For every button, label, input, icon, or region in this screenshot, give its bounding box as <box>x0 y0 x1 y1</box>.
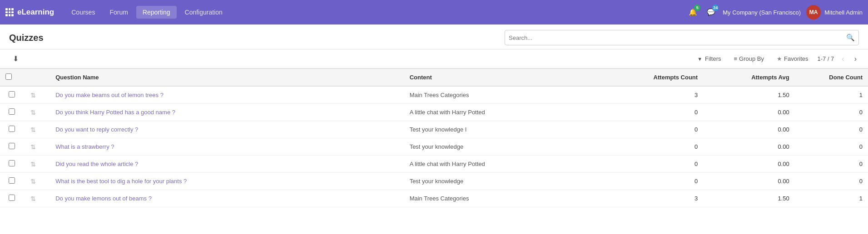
pagination-next-button[interactable]: › <box>852 54 859 64</box>
question-name-link[interactable]: What is a strawberry ? <box>55 143 114 150</box>
top-navigation: eLearning Courses Forum Reporting Config… <box>0 0 868 24</box>
search-input[interactable] <box>509 34 846 41</box>
company-name[interactable]: My Company (San Francisco) <box>723 9 801 16</box>
row-attempts-avg: 0.00 <box>703 104 795 121</box>
pagination-prev-button[interactable]: ‹ <box>839 54 846 64</box>
row-done-count: 1 <box>795 190 868 207</box>
topbar-right: 🔔 5 💬 24 My Company (San Francisco) MA M… <box>686 5 863 20</box>
messages-button[interactable]: 💬 24 <box>704 6 717 19</box>
row-attempts-count: 0 <box>612 121 704 138</box>
user-name-label: Mitchell Admin <box>824 9 863 16</box>
row-checkbox[interactable] <box>9 108 15 115</box>
row-checkbox-cell <box>0 104 23 121</box>
download-button[interactable]: ⬇ <box>9 52 22 65</box>
group-by-icon: ≡ <box>734 55 738 62</box>
notifications-button[interactable]: 🔔 5 <box>686 6 699 19</box>
row-question-name: Do you make beams out of lemon trees ? <box>50 86 404 104</box>
table-header-row: Question Name Content Attempts Count Att… <box>0 69 868 87</box>
row-attempts-count: 0 <box>612 156 704 173</box>
row-question-name: What is the best tool to dig a hole for … <box>50 173 404 190</box>
row-done-count: 0 <box>795 104 868 121</box>
table-body: ⇅ Do you make beams out of lemon trees ?… <box>0 86 868 207</box>
row-drag-handle-cell: ⇅ <box>23 138 50 156</box>
page-content: Quizzes 🔍 ⬇ ▼ Filters ≡ Group By ★ Favor… <box>0 24 868 234</box>
row-done-count: 0 <box>795 156 868 173</box>
app-logo[interactable]: eLearning <box>5 8 54 17</box>
nav-courses[interactable]: Courses <box>65 6 101 19</box>
table-row: ⇅ Do you want to reply correctly ? Test … <box>0 121 868 138</box>
question-name-link[interactable]: What is the best tool to dig a hole for … <box>55 178 187 185</box>
row-attempts-avg: 0.00 <box>703 121 795 138</box>
row-content: Test your knowledge I <box>404 121 612 138</box>
row-content: Main Trees Categories <box>404 190 612 207</box>
row-checkbox-cell <box>0 86 23 104</box>
question-name-link[interactable]: Do you want to reply correctly ? <box>55 126 138 133</box>
row-question-name: Do you make lemons out of beams ? <box>50 190 404 207</box>
question-name-link[interactable]: Do you think Harry Potted has a good nam… <box>55 109 175 116</box>
favorites-label: Favorites <box>784 55 808 62</box>
row-content: Main Trees Categories <box>404 86 612 104</box>
nav-configuration[interactable]: Configuration <box>179 6 229 19</box>
table-row: ⇅ What is a strawberry ? Test your knowl… <box>0 138 868 156</box>
question-name-link[interactable]: Did you read the whole article ? <box>55 161 138 167</box>
group-by-button[interactable]: ≡ Group By <box>730 54 768 64</box>
row-checkbox[interactable] <box>9 177 15 184</box>
group-by-label: Group By <box>739 55 764 62</box>
favorites-button[interactable]: ★ Favorites <box>773 54 812 64</box>
row-checkbox[interactable] <box>9 143 15 149</box>
row-attempts-count: 0 <box>612 104 704 121</box>
row-content: A little chat with Harry Potted <box>404 104 612 121</box>
grid-icon <box>5 8 14 16</box>
row-question-name: Did you read the whole article ? <box>50 156 404 173</box>
row-drag-handle-cell: ⇅ <box>23 156 50 173</box>
download-icon: ⬇ <box>13 55 19 63</box>
table-row: ⇅ Do you make beams out of lemon trees ?… <box>0 86 868 104</box>
search-icon: 🔍 <box>846 34 855 42</box>
toolbar-left: ⬇ <box>9 52 22 65</box>
row-question-name: Do you think Harry Potted has a good nam… <box>50 104 404 121</box>
star-icon: ★ <box>777 55 782 62</box>
select-all-checkbox[interactable] <box>5 73 12 80</box>
row-question-name: Do you want to reply correctly ? <box>50 121 404 138</box>
drag-handle-icon[interactable]: ⇅ <box>29 195 38 202</box>
row-checkbox[interactable] <box>9 195 15 201</box>
quizzes-table: Question Name Content Attempts Count Att… <box>0 68 868 207</box>
row-attempts-avg: 0.00 <box>703 173 795 190</box>
row-attempts-avg: 0.00 <box>703 156 795 173</box>
drag-handle-icon[interactable]: ⇅ <box>29 109 38 116</box>
row-attempts-avg: 1.50 <box>703 190 795 207</box>
question-name-link[interactable]: Do you make lemons out of beams ? <box>55 195 152 202</box>
nav-forum[interactable]: Forum <box>103 6 134 19</box>
avatar: MA <box>806 5 821 20</box>
nav-reporting[interactable]: Reporting <box>136 6 177 19</box>
header-question-name: Question Name <box>50 69 404 87</box>
header-content: Content <box>404 69 612 87</box>
row-attempts-avg: 0.00 <box>703 138 795 156</box>
table-row: ⇅ Do you make lemons out of beams ? Main… <box>0 190 868 207</box>
drag-handle-icon[interactable]: ⇅ <box>29 143 38 151</box>
row-attempts-count: 0 <box>612 173 704 190</box>
row-checkbox[interactable] <box>9 126 15 132</box>
row-attempts-count: 0 <box>612 138 704 156</box>
drag-handle-icon[interactable]: ⇅ <box>29 178 38 185</box>
row-done-count: 0 <box>795 138 868 156</box>
user-menu[interactable]: MA Mitchell Admin <box>806 5 863 20</box>
table-row: ⇅ What is the best tool to dig a hole fo… <box>0 173 868 190</box>
table-row: ⇅ Do you think Harry Potted has a good n… <box>0 104 868 121</box>
row-drag-handle-cell: ⇅ <box>23 190 50 207</box>
row-done-count: 0 <box>795 173 868 190</box>
notifications-badge: 5 <box>694 4 701 11</box>
header-done-count: Done Count <box>795 69 868 87</box>
drag-handle-icon[interactable]: ⇅ <box>29 126 38 133</box>
row-checkbox[interactable] <box>9 91 15 98</box>
row-checkbox[interactable] <box>9 160 15 166</box>
drag-handle-icon[interactable]: ⇅ <box>29 161 38 168</box>
drag-handle-icon[interactable]: ⇅ <box>29 92 38 99</box>
row-attempts-count: 3 <box>612 190 704 207</box>
row-drag-handle-cell: ⇅ <box>23 121 50 138</box>
table-row: ⇅ Did you read the whole article ? A lit… <box>0 156 868 173</box>
row-checkbox-cell <box>0 173 23 190</box>
row-drag-handle-cell: ⇅ <box>23 173 50 190</box>
filters-button[interactable]: ▼ Filters <box>694 54 724 64</box>
question-name-link[interactable]: Do you make beams out of lemon trees ? <box>55 92 164 98</box>
